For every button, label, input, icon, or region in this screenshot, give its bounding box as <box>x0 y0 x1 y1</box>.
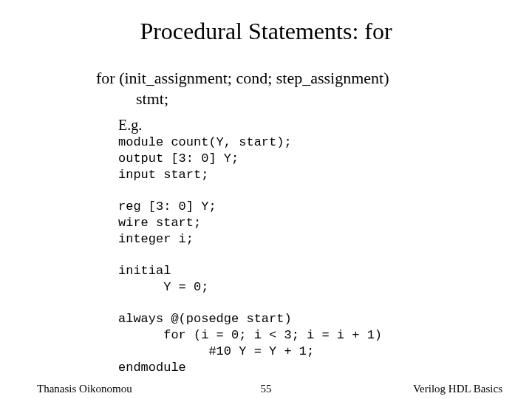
example-label: E.g. <box>118 117 142 134</box>
syntax-line-1: for (init_assignment; cond; step_assignm… <box>96 68 389 89</box>
slide-title: Procedural Statements: for <box>0 18 532 45</box>
code-block: module count(Y, start); output [3: 0] Y;… <box>118 134 382 375</box>
slide: Procedural Statements: for for (init_ass… <box>0 0 532 399</box>
syntax-block: for (init_assignment; cond; step_assignm… <box>96 68 389 109</box>
footer-course: Verilog HDL Basics <box>413 383 502 395</box>
syntax-line-2: stmt; <box>96 89 389 109</box>
